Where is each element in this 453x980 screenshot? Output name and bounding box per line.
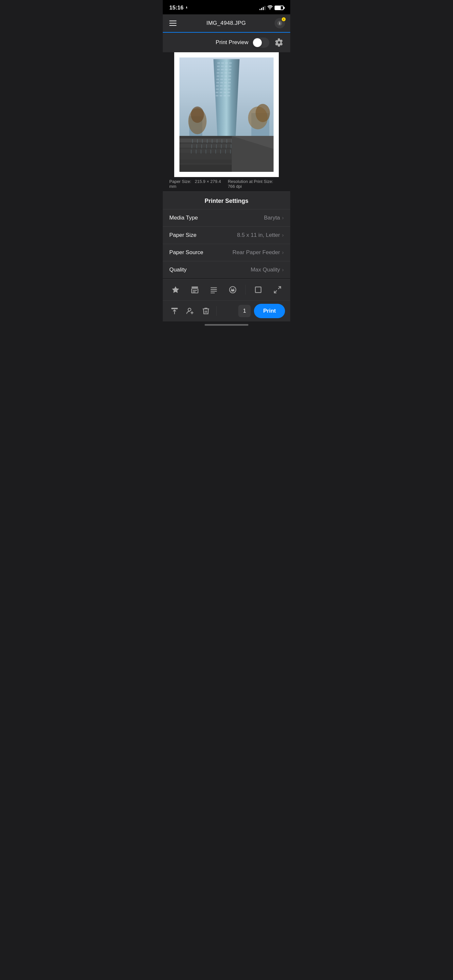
expand-button[interactable]: [271, 283, 284, 296]
svg-rect-46: [216, 95, 219, 96]
svg-rect-49: [228, 95, 230, 96]
add-person-button[interactable]: [184, 304, 197, 318]
svg-marker-5: [214, 59, 239, 136]
resolution-label: Resolution at Print Size: 766 dpi: [228, 179, 284, 189]
svg-rect-29: [228, 79, 231, 80]
status-bar: 15:16: [163, 0, 290, 14]
svg-rect-40: [224, 89, 226, 90]
svg-rect-48: [223, 95, 226, 96]
svg-point-53: [255, 104, 270, 122]
info-warning-button[interactable]: i !: [274, 18, 285, 29]
quality-label: Quality: [169, 267, 187, 273]
printer-settings-section: Printer Settings Media Type Baryta › Pap…: [163, 191, 290, 278]
svg-rect-42: [216, 92, 219, 93]
paper-size-row[interactable]: Paper Size 8.5 x 11 in, Letter ›: [163, 227, 290, 244]
time-display: 15:16: [169, 5, 183, 11]
svg-rect-111: [211, 289, 217, 290]
svg-rect-17: [229, 69, 231, 70]
print-preview-toggle[interactable]: [252, 38, 269, 48]
image-preview-area: [163, 52, 290, 177]
svg-rect-26: [216, 79, 219, 80]
battery-fill: [275, 6, 281, 10]
svg-rect-6: [217, 62, 220, 64]
paper-source-value: Rear Paper Feeder ›: [232, 249, 284, 256]
paper-size-label: Paper Size: 215.9 × 279.4 mm: [169, 179, 223, 189]
paper-source-label: Paper Source: [169, 249, 203, 256]
print-button[interactable]: Print: [254, 304, 285, 318]
list-icon: [209, 285, 218, 294]
toggle-thumb: [253, 38, 262, 47]
media-type-value: Baryta ›: [264, 215, 284, 221]
hamburger-menu[interactable]: [168, 19, 178, 27]
star-icon: [171, 285, 180, 294]
svg-rect-19: [221, 72, 223, 73]
paper-size-chevron: ›: [282, 232, 284, 238]
paper-source-chevron: ›: [282, 250, 284, 255]
svg-rect-13: [229, 66, 231, 67]
svg-rect-10: [217, 66, 220, 67]
paper-source-row[interactable]: Paper Source Rear Paper Feeder ›: [163, 244, 290, 261]
svg-rect-112: [211, 291, 217, 291]
info-icon: i: [277, 20, 283, 26]
print-preview-row: Print Preview: [163, 33, 290, 52]
svg-rect-108: [193, 290, 197, 291]
svg-rect-27: [220, 79, 223, 80]
home-bar: [204, 324, 249, 326]
mask-button[interactable]: [226, 283, 239, 296]
svg-rect-18: [217, 72, 219, 73]
quality-chevron: ›: [282, 267, 284, 273]
toggle-container: [252, 38, 269, 48]
status-time: 15:16: [169, 5, 188, 11]
svg-point-115: [231, 290, 234, 292]
print-queue-icon: [191, 285, 199, 294]
svg-rect-110: [211, 287, 217, 288]
delete-button[interactable]: [199, 304, 212, 318]
crop-icon: [254, 285, 262, 294]
gear-button[interactable]: [273, 37, 285, 48]
warning-badge: !: [282, 18, 286, 21]
svg-rect-15: [221, 69, 223, 70]
home-indicator: [163, 321, 290, 329]
svg-point-116: [231, 288, 232, 290]
paper-size-row-label: Paper Size: [169, 232, 196, 239]
quality-value: Max Quality ›: [251, 267, 284, 273]
add-person-icon: [186, 307, 195, 315]
svg-rect-20: [225, 72, 227, 73]
quality-row[interactable]: Quality Max Quality ›: [163, 261, 290, 278]
svg-rect-9: [229, 62, 232, 64]
mask-icon: [228, 285, 237, 294]
print-preview-label: Print Preview: [216, 39, 249, 46]
upload-icon: [170, 307, 179, 315]
svg-rect-118: [255, 287, 261, 293]
svg-rect-23: [221, 75, 223, 77]
svg-text:i: i: [279, 21, 281, 25]
svg-rect-11: [221, 66, 223, 67]
media-type-label: Media Type: [169, 215, 198, 221]
svg-rect-113: [211, 293, 215, 293]
print-queue-button[interactable]: [188, 283, 201, 296]
photo-preview: [179, 57, 274, 172]
svg-point-117: [233, 288, 234, 290]
svg-rect-44: [223, 92, 226, 93]
svg-rect-109: [193, 291, 195, 292]
image-container: [174, 52, 279, 177]
star-button[interactable]: [169, 283, 182, 296]
signal-bars: [260, 6, 265, 10]
page-count: 1: [238, 305, 251, 317]
location-icon: [185, 6, 188, 10]
battery-icon: [274, 6, 284, 10]
svg-rect-45: [228, 92, 230, 93]
svg-rect-30: [216, 82, 219, 83]
crop-button[interactable]: [252, 283, 265, 296]
svg-rect-7: [221, 62, 224, 64]
svg-rect-121: [171, 308, 178, 309]
list-view-button[interactable]: [207, 283, 220, 296]
toolbar2-right: 1 Print: [221, 304, 285, 318]
printer-settings-title: Printer Settings: [163, 192, 290, 209]
upload-button[interactable]: [168, 304, 181, 318]
svg-rect-36: [224, 85, 226, 87]
media-type-row[interactable]: Media Type Baryta ›: [163, 209, 290, 227]
svg-rect-35: [220, 85, 223, 87]
svg-rect-37: [228, 85, 230, 87]
expand-icon: [273, 285, 282, 294]
